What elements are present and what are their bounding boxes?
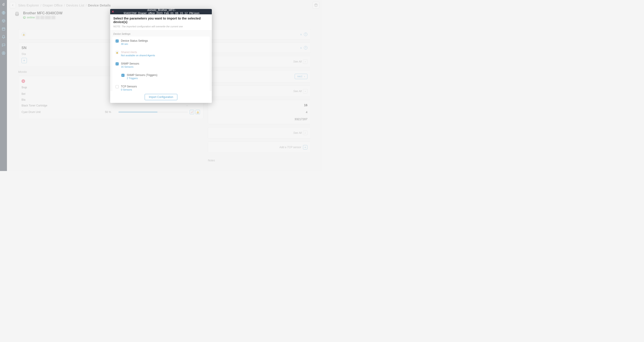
modal-header: ✕ domotz_Brother_MFC-9340CDW_Draper_offi…	[110, 9, 212, 14]
checkbox[interactable]: ✓	[121, 74, 124, 77]
close-button[interactable]: ✕	[110, 9, 116, 14]
param-detail: 16 Sensors	[121, 66, 139, 68]
modal-filename: domotz_Brother_MFC-9340CDW_Draper_office…	[116, 9, 212, 15]
checkbox[interactable]: ✓	[116, 40, 119, 43]
param-detail: 0 Sensors	[121, 88, 137, 91]
modal-note: NOTE: The imported configuration will ov…	[113, 25, 209, 28]
param-name: SNMP Sensors (Triggers)	[127, 74, 158, 77]
param-name: SNMP Sensors	[121, 62, 139, 65]
modal-heading: Select the parameters you want to import…	[113, 17, 209, 24]
param-list: ✓ Device Status Settings 30 sec 🔒 Shared…	[112, 37, 210, 91]
import-configuration-button[interactable]: Import Configuration	[145, 94, 178, 100]
section-label: Device Settings	[112, 33, 210, 35]
param-item-snmp-triggers[interactable]: ✓ SNMP Sensors (Triggers) 2 Triggers	[112, 71, 210, 82]
modal-subheader: Select the parameters you want to import…	[110, 14, 212, 31]
checkbox[interactable]: ✓	[116, 62, 119, 66]
param-name: Shared Alerts	[121, 51, 155, 54]
param-detail: 2 Triggers	[127, 77, 158, 80]
param-item-shared-alerts: 🔒 Shared Alerts Not available on shared …	[112, 48, 210, 59]
param-item-snmp-sensors[interactable]: ✓ SNMP Sensors 16 Sensors	[112, 59, 210, 71]
import-config-modal: ✕ domotz_Brother_MFC-9340CDW_Draper_offi…	[110, 9, 212, 103]
param-detail: 30 sec	[121, 43, 148, 45]
param-item-device-status[interactable]: ✓ Device Status Settings 30 sec	[112, 37, 210, 48]
param-detail: Not available on shared Agents	[121, 54, 155, 57]
param-name: TCP Sensors	[121, 85, 137, 88]
modal-footer: Import Configuration	[110, 91, 212, 103]
param-name: Device Status Settings	[121, 39, 148, 42]
param-item-tcp-sensors[interactable]: TCP Sensors 0 Sensors	[112, 82, 210, 91]
lock-icon: 🔒	[116, 51, 119, 54]
modal-body[interactable]: Device Settings ✓ Device Status Settings…	[110, 31, 212, 91]
checkbox[interactable]	[116, 85, 119, 88]
